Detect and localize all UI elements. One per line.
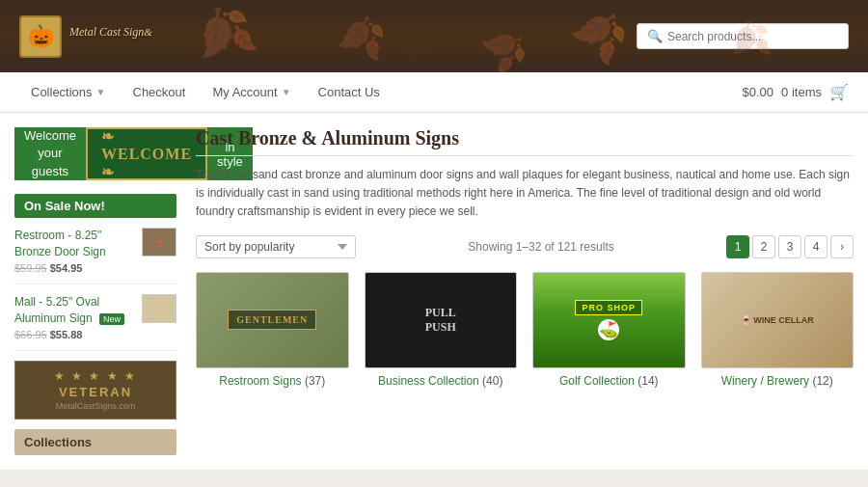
new-badge: New: [99, 313, 124, 325]
product-card[interactable]: PRO SHOP ⛳ Golf Collection (14): [532, 272, 686, 388]
product-title-2: Business Collection (40): [365, 374, 518, 388]
logo-icon: 🎃: [19, 15, 62, 58]
nav-bar: Collections ▼ Checkout My Account ▼ Cont…: [0, 72, 868, 113]
sale-item-link[interactable]: Restroom - 8.25" Bronze Door Sign: [14, 229, 106, 258]
veteran-site: MetalCastSigns.com: [23, 401, 168, 411]
on-sale-header: On Sale Now!: [14, 194, 176, 218]
chevron-down-icon: ▼: [96, 87, 106, 97]
product-card[interactable]: PULL PUSH Business Collection (40): [365, 272, 518, 388]
sidebar: Welcome your guests ❧ WELCOME ❧ in style…: [14, 127, 176, 455]
cart-area[interactable]: $0.00 0 items 🛒: [743, 83, 849, 101]
page-btn-1[interactable]: 1: [726, 235, 749, 258]
product-image-3: PRO SHOP ⛳: [532, 272, 686, 368]
sale-item-link-2[interactable]: Mall - 5.25" Oval Aluminum Sign New: [14, 295, 124, 325]
sale-item-thumbnail: 🚪: [142, 228, 176, 257]
cart-amount: $0.00: [743, 85, 774, 99]
product-image-4: 🍷 WINE CELLAR: [701, 272, 854, 368]
chevron-down-icon-2: ▼: [282, 87, 291, 97]
nav-links: Collections ▼ Checkout My Account ▼ Cont…: [19, 77, 392, 107]
sale-item-prices: $59.95 $54.95: [14, 262, 136, 274]
sort-select[interactable]: Sort by popularitySort by average rating…: [196, 235, 356, 258]
sale-item: Mall - 5.25" Oval Aluminum Sign New $66.…: [14, 294, 176, 351]
sale-item: Restroom - 8.25" Bronze Door Sign $59.95…: [14, 228, 176, 284]
product-title: Restroom Signs (37): [196, 374, 349, 388]
product-image-2: PULL PUSH: [365, 272, 518, 368]
sale-item-thumbnail-2: [142, 294, 176, 323]
sale-item-prices-2: $66.95 $55.88: [14, 329, 136, 340]
page-btn-4[interactable]: 4: [804, 235, 827, 258]
hero-welcome-text: Welcome your guests: [14, 127, 86, 180]
pagination-next[interactable]: ›: [830, 235, 854, 258]
search-input[interactable]: [667, 30, 838, 43]
product-title-3: Golf Collection (14): [532, 374, 686, 388]
veteran-stars: ★ ★ ★ ★ ★: [23, 369, 168, 383]
product-title-4: Winery / Brewery (12): [701, 374, 854, 388]
sort-bar: Sort by popularitySort by average rating…: [196, 235, 854, 258]
product-image: GENTLEMEN: [196, 272, 349, 368]
veteran-text: VETERAN: [23, 385, 168, 399]
hero-sign: ❧ WELCOME ❧: [86, 127, 207, 180]
page-title: Cast Bronze & Aluminum Signs: [196, 127, 854, 156]
search-icon: 🔍: [647, 29, 663, 43]
cart-items-label: 0 items: [781, 85, 822, 99]
main-content: Welcome your guests ❧ WELCOME ❧ in style…: [0, 113, 868, 470]
site-header: 🍂 🍂 🍂 🍂 🍂 🎃 Metal Cast Sign& 🔍: [0, 0, 868, 72]
nav-item-collections[interactable]: Collections ▼: [19, 77, 118, 107]
results-count: Showing 1–32 of 121 results: [468, 240, 613, 254]
cart-icon[interactable]: 🛒: [829, 83, 849, 101]
page-description: Traditional sand cast bronze and aluminu…: [196, 166, 854, 222]
page-btn-3[interactable]: 3: [778, 235, 801, 258]
sale-item-text: Mall - 5.25" Oval Aluminum Sign New $66.…: [14, 294, 136, 340]
veteran-banner: ★ ★ ★ ★ ★ VETERAN MetalCastSigns.com: [14, 361, 176, 419]
logo-text: Metal Cast Sign&: [69, 24, 152, 49]
product-grid: GENTLEMEN Restroom Signs (37) PULL PUSH …: [196, 272, 854, 388]
search-box[interactable]: 🔍: [637, 23, 849, 49]
logo[interactable]: 🎃 Metal Cast Sign&: [19, 15, 152, 58]
pagination: 1 2 3 4 ›: [726, 235, 854, 258]
content-area: Cast Bronze & Aluminum Signs Traditional…: [196, 127, 854, 455]
product-card[interactable]: 🍷 WINE CELLAR Winery / Brewery (12): [701, 272, 854, 388]
sale-item-text: Restroom - 8.25" Bronze Door Sign $59.95…: [14, 228, 136, 274]
nav-item-checkout[interactable]: Checkout: [122, 77, 198, 107]
collections-section-header: Collections: [14, 429, 176, 455]
product-card[interactable]: GENTLEMEN Restroom Signs (37): [196, 272, 349, 388]
nav-item-contact[interactable]: Contact Us: [307, 77, 392, 107]
nav-item-my-account[interactable]: My Account ▼: [201, 77, 302, 107]
page-btn-2[interactable]: 2: [752, 235, 775, 258]
hero-banner: Welcome your guests ❧ WELCOME ❧ in style: [14, 127, 176, 180]
